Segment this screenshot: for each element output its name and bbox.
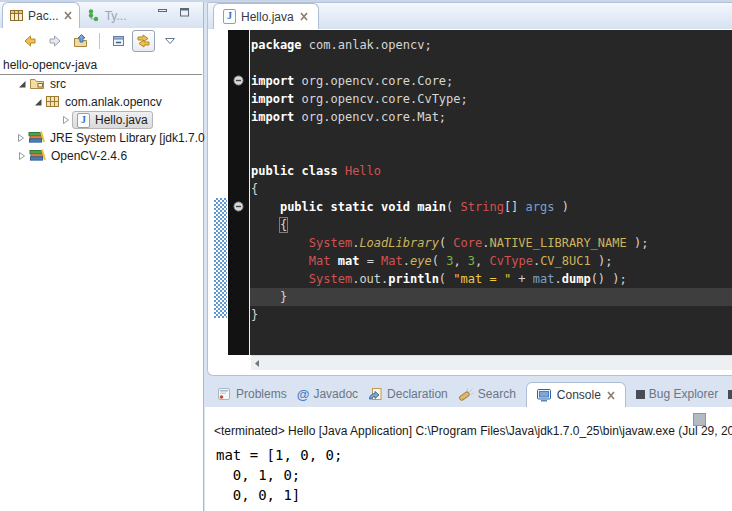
range-indicator xyxy=(214,198,227,318)
tab-declaration[interactable]: Declaration xyxy=(368,382,448,407)
code-line-3: import org.opencv.core.Core; xyxy=(250,72,732,90)
code-line-14: System.out.println( "mat = " + mat.dump(… xyxy=(250,270,732,288)
code-editor[interactable]: package com.anlak.opencv;import org.open… xyxy=(208,30,732,355)
bottom-tabstrip: Problems@JavadocDeclarationSearchConsole… xyxy=(205,381,732,407)
horizontal-scrollbar[interactable] xyxy=(251,355,732,370)
toolbar-separator xyxy=(99,33,100,49)
tab-bug[interactable]: Bug xyxy=(728,382,732,407)
tab-label: Ty... xyxy=(105,9,127,23)
close-icon[interactable] xyxy=(63,11,73,20)
tab-problems[interactable]: Problems xyxy=(217,382,287,407)
package-icon xyxy=(45,94,60,108)
expand-closed-icon[interactable] xyxy=(17,151,27,161)
up-folder-icon xyxy=(73,33,90,49)
tab-label: Declaration xyxy=(387,387,448,401)
java-file-icon: J xyxy=(223,9,236,24)
editor-area: J Hello.java package com.anlak.opencv;im… xyxy=(207,2,732,376)
left-view-tabstrip: Pac...Ty... xyxy=(0,2,203,28)
code-line-5: import org.opencv.core.Mat; xyxy=(250,108,732,126)
eclipse-window: Pac...Ty... hello-opencv-java srccom.anl… xyxy=(0,0,732,511)
javadoc-icon: @ xyxy=(297,388,310,401)
view-menu-icon xyxy=(164,37,176,45)
link-editor-icon xyxy=(135,33,152,49)
tab-label: Pac... xyxy=(28,9,59,23)
tab-bug-explorer[interactable]: Bug Explorer xyxy=(636,382,718,407)
code-text[interactable]: package com.anlak.opencv;import org.open… xyxy=(250,30,732,355)
editor-tab-label: Hello.java xyxy=(241,10,294,24)
plugin-icon xyxy=(636,390,645,399)
code-line-15: } xyxy=(250,288,732,306)
tree-item-opencv-2-4-6[interactable]: OpenCV-2.4.6 xyxy=(0,147,203,165)
declaration-icon xyxy=(368,387,383,401)
code-line-10: public static void main( String[] args ) xyxy=(250,198,732,216)
type-hierarchy-icon xyxy=(86,8,101,23)
code-line-6 xyxy=(250,126,732,144)
up-folder-button[interactable] xyxy=(70,30,93,52)
link-editor-button[interactable] xyxy=(132,30,155,52)
code-line-9: { xyxy=(250,180,732,198)
expand-closed-icon[interactable] xyxy=(16,133,26,143)
expand-open-icon[interactable] xyxy=(33,97,43,107)
fold-gutter xyxy=(228,30,249,355)
forward-arrow-button[interactable] xyxy=(44,30,67,52)
console-line: mat = [1, 0, 0; xyxy=(216,445,732,465)
scroll-left-icon[interactable] xyxy=(253,359,261,368)
console-status: <terminated> Hello [Java Application] C:… xyxy=(214,424,732,438)
tab-console[interactable]: Console xyxy=(526,382,626,408)
bottom-view: Problems@JavadocDeclarationSearchConsole… xyxy=(205,381,732,511)
tree-item-project[interactable]: hello-opencv-java xyxy=(0,58,203,72)
tab-pac[interactable]: Pac... xyxy=(2,2,80,28)
back-arrow-icon xyxy=(21,33,38,49)
plugin-icon xyxy=(728,390,732,399)
console-output[interactable]: mat = [1, 0, 0; 0, 1, 0; 0, 0, 1] xyxy=(216,445,732,511)
expand-closed-icon[interactable] xyxy=(61,115,71,125)
tree-item-hello-java[interactable]: JHello.java xyxy=(0,111,203,129)
tab-search[interactable]: Search xyxy=(458,382,516,407)
console-view: <terminated> Hello [Java Application] C:… xyxy=(205,407,732,511)
tab-ty[interactable]: Ty... xyxy=(80,3,133,28)
tab-javadoc[interactable]: @Javadoc xyxy=(297,382,358,407)
minimize-icon[interactable] xyxy=(157,7,169,18)
collapse-all-button[interactable] xyxy=(106,30,129,52)
tree-selection: JHello.java xyxy=(72,111,153,129)
tab-label: Problems xyxy=(236,387,287,401)
code-line-4: import org.opencv.core.CvType; xyxy=(250,90,732,108)
collapse-all-icon xyxy=(110,33,126,49)
view-menu-button[interactable] xyxy=(158,30,181,52)
console-icon xyxy=(536,388,552,402)
tree-item-jre-system-library-jdk1-7-0[interactable]: JRE System Library [jdk1.7.0 xyxy=(0,129,203,147)
maximize-icon[interactable] xyxy=(179,7,191,18)
close-icon[interactable] xyxy=(606,391,616,400)
problems-icon xyxy=(217,387,232,401)
expand-open-icon[interactable] xyxy=(17,79,27,89)
code-line-2 xyxy=(250,54,732,72)
vertical-ruler xyxy=(208,30,228,355)
code-line-13: Mat mat = Mat.eye( 3, 3, CvType.CV_8UC1 … xyxy=(250,252,732,270)
fold-minus-icon[interactable] xyxy=(233,75,244,86)
view-window-buttons xyxy=(157,7,191,18)
java-file-icon: J xyxy=(77,113,90,128)
tree-item-label: OpenCV-2.4.6 xyxy=(51,149,127,163)
tree-item-label: Hello.java xyxy=(95,113,148,127)
library-icon xyxy=(28,130,45,144)
library-icon xyxy=(29,148,46,162)
package-explorer-view: Pac...Ty... hello-opencv-java srccom.anl… xyxy=(0,2,204,511)
package-explorer-icon xyxy=(9,8,24,23)
editor-tab-hello-java[interactable]: J Hello.java xyxy=(213,3,319,29)
close-icon[interactable] xyxy=(299,12,309,21)
tree-item-com-anlak-opencv[interactable]: com.anlak.opencv xyxy=(0,93,203,111)
console-line: 0, 0, 1] xyxy=(216,485,732,505)
project-tree: hello-opencv-java srccom.anlak.opencvJHe… xyxy=(0,58,203,165)
fold-minus-icon[interactable] xyxy=(233,201,244,212)
code-line-7 xyxy=(250,144,732,162)
package-explorer-toolbar xyxy=(0,28,203,54)
code-line-11: { xyxy=(250,216,732,234)
tab-label: Console xyxy=(557,388,601,402)
tree-item-label: JRE System Library [jdk1.7.0 xyxy=(50,131,205,145)
code-line-16: } xyxy=(250,306,732,324)
code-line-12: System.LoadLibrary( Core.NATIVE_LIBRARY_… xyxy=(250,234,732,252)
tree-item-src[interactable]: src xyxy=(0,75,203,93)
code-line-8: public class Hello xyxy=(250,162,732,180)
tab-label: Search xyxy=(478,387,516,401)
back-arrow-button[interactable] xyxy=(18,30,41,52)
